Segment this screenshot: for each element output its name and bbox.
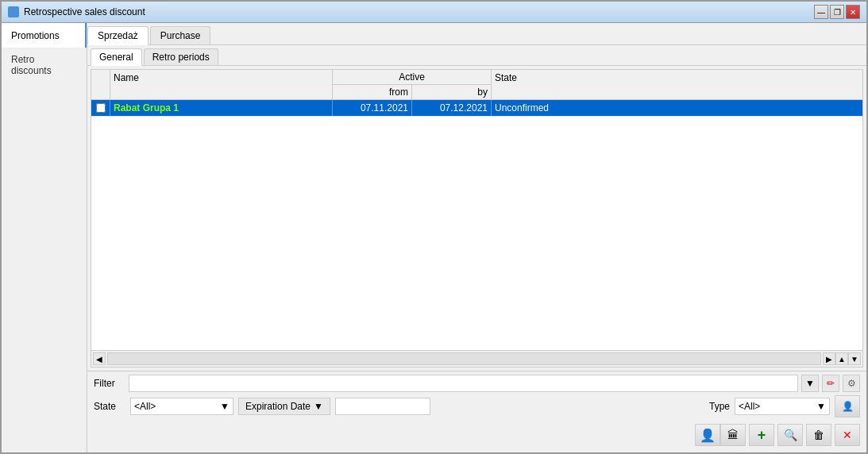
expiration-date-label: Expiration Date [245, 401, 311, 412]
header-active: Active from by [333, 70, 492, 99]
tab-purchase-label: Purchase [160, 30, 201, 41]
unlimited-input[interactable]: Unlimited [335, 398, 430, 415]
right-panel: Sprzedaż Purchase General Retro periods [87, 23, 866, 452]
toolbar-center: 👤 [695, 424, 720, 446]
row-checkbox[interactable] [91, 100, 110, 116]
scroll-left-btn[interactable]: ◀ [93, 352, 106, 365]
header-by-label: by [412, 85, 491, 99]
row-active-from: 07.11.2021 [333, 100, 412, 116]
sub-tab-retro-periods[interactable]: Retro periods [144, 48, 218, 65]
sub-tab-retro-periods-label: Retro periods [152, 52, 210, 63]
sub-tab-general-label: General [99, 52, 133, 63]
restore-button[interactable]: ❐ [830, 5, 844, 19]
filter-edit-btn[interactable]: ✏ [822, 375, 839, 392]
state-select-value: <All> [134, 401, 156, 412]
h-scrollbar-area: ◀ ▶ ▲ ▼ [91, 350, 862, 367]
main-window: Retrospective sales discount — ❐ ✕ Promo… [0, 0, 868, 454]
top-tabs: Sprzedaż Purchase [87, 23, 866, 45]
type-select-value: <All> [739, 401, 760, 412]
row-state: Unconfirmed [492, 100, 862, 116]
header-name-label: Name [114, 72, 139, 83]
user-toolbar-btn[interactable]: 👤 [695, 424, 720, 446]
h-scrollbar[interactable] [107, 352, 821, 365]
row-active-by: 07.12.2021 [412, 100, 492, 116]
type-select[interactable]: <All> ▼ [735, 398, 830, 415]
building-btn[interactable]: 🏛 [720, 424, 746, 446]
sub-tab-general[interactable]: General [91, 48, 142, 66]
table-container: Name Active from by State [87, 66, 866, 371]
close-button[interactable]: ✕ [846, 5, 860, 19]
toolbar-right: 🏛 + 🔍 🗑 ✕ [720, 424, 860, 446]
table-area: Name Active from by State [91, 69, 863, 367]
filter-settings-btn[interactable]: ⚙ [843, 375, 860, 392]
row-checkbox-input[interactable] [96, 103, 106, 113]
expiration-date-btn[interactable]: Expiration Date ▼ [238, 398, 330, 415]
window-title: Retrospective sales discount [24, 6, 145, 17]
minimize-button[interactable]: — [814, 5, 828, 19]
type-action-btn[interactable]: 👤 [835, 395, 860, 417]
main-content: Promotions Retro discounts Sprzedaż Purc… [2, 23, 866, 452]
filter-dropdown-btn[interactable]: ▼ [801, 375, 819, 392]
filter-label: Filter [94, 378, 125, 389]
toolbar-row: 👤 🏛 + 🔍 🗑 ✕ [94, 421, 860, 449]
filter-input[interactable] [129, 375, 798, 392]
filter-row: Filter ▼ ✏ ⚙ [94, 375, 860, 392]
table-body: Rabat Grupa 1 07.11.2021 07.12.2021 Unco… [91, 100, 862, 350]
type-label: Type [709, 401, 730, 412]
title-bar: Retrospective sales discount — ❐ ✕ [2, 2, 866, 23]
scroll-right-btn[interactable]: ▶ [823, 352, 835, 365]
tab-sprzedaz-label: Sprzedaż [98, 30, 138, 41]
scroll-down-btn[interactable]: ▼ [848, 352, 861, 365]
expiration-dropdown-arrow: ▼ [314, 401, 323, 412]
close-toolbar-btn[interactable]: ✕ [835, 424, 860, 446]
row-name: Rabat Grupa 1 [110, 100, 333, 116]
add-btn[interactable]: + [749, 424, 774, 446]
scroll-up-btn[interactable]: ▲ [835, 352, 848, 365]
header-active-label: Active [333, 70, 491, 85]
app-icon [8, 6, 19, 17]
search-btn[interactable]: 🔍 [777, 424, 803, 446]
sub-tabs: General Retro periods [87, 45, 866, 66]
table-row[interactable]: Rabat Grupa 1 07.11.2021 07.12.2021 Unco… [91, 100, 862, 117]
bottom-bar: Filter ▼ ✏ ⚙ State <All> ▼ Expiration Da… [87, 371, 866, 452]
title-buttons: — ❐ ✕ [814, 5, 860, 19]
sidebar-item-retro-discounts[interactable]: Retro discounts [2, 48, 87, 83]
header-name: Name [110, 70, 333, 99]
delete-btn[interactable]: 🗑 [806, 424, 831, 446]
header-state-label: State [492, 70, 862, 99]
type-select-arrow: ▼ [816, 401, 826, 412]
sidebar-item-promotions[interactable]: Promotions [2, 23, 87, 48]
tab-purchase[interactable]: Purchase [150, 26, 211, 44]
state-label: State [94, 401, 125, 412]
state-select-arrow: ▼ [220, 401, 230, 412]
table-header: Name Active from by State [91, 70, 862, 100]
tab-sprzedaz[interactable]: Sprzedaż [87, 26, 149, 45]
state-select[interactable]: <All> ▼ [130, 398, 233, 415]
sidebar-retro-label: Retro discounts [11, 54, 52, 76]
header-from-label: from [333, 85, 412, 99]
table-main: Name Active from by State [87, 66, 866, 371]
header-check [91, 70, 110, 99]
left-sidebar: Promotions Retro discounts [2, 23, 87, 452]
title-bar-left: Retrospective sales discount [8, 6, 145, 17]
type-group: Type <All> ▼ 👤 [709, 395, 860, 417]
sidebar-promotions-label: Promotions [11, 30, 60, 41]
state-row: State <All> ▼ Expiration Date ▼ Unlimite… [94, 395, 860, 417]
header-active-sub: from by [333, 85, 491, 99]
